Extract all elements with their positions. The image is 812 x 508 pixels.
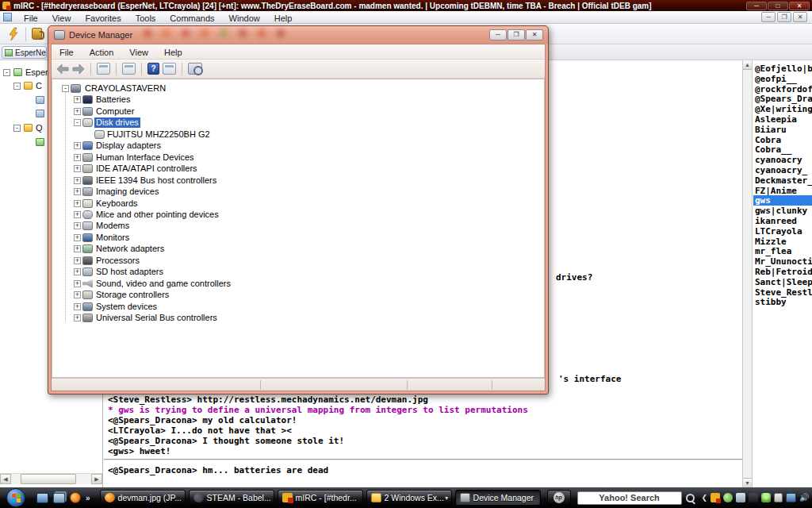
collapse-minus-icon[interactable]: - — [74, 119, 81, 126]
nicklist-item[interactable]: gws — [753, 195, 812, 206]
nicklist-item[interactable]: Steve_Restless — [753, 287, 812, 298]
menu-window[interactable]: Window — [222, 13, 267, 23]
nicklist-item[interactable]: @Xe|writing777sol — [753, 104, 812, 114]
channel-restore-button[interactable]: ❐ — [777, 12, 791, 22]
expand-plus-icon[interactable]: + — [74, 314, 81, 321]
treebar-item[interactable]: -Esper — [3, 67, 48, 78]
expand-plus-icon[interactable]: + — [74, 177, 81, 184]
nicklist-item[interactable]: @Eofjello|bed — [753, 64, 812, 74]
treebar-item[interactable]: -C — [13, 80, 42, 91]
nicklist-item[interactable]: gws|clunky — [753, 206, 812, 216]
taskbar-button-devmgr[interactable]: Device Manager — [455, 490, 541, 506]
options-icon[interactable] — [32, 28, 42, 40]
properties-icon[interactable] — [122, 63, 136, 75]
nicklist-item[interactable]: @Spears_Dracona — [753, 94, 812, 104]
expand-plus-icon[interactable]: + — [74, 280, 81, 287]
tree-item-computer[interactable]: +Computer — [52, 106, 544, 117]
taskbar-button-steam[interactable]: STEAM - Babel... — [189, 490, 274, 506]
expand-plus-icon[interactable]: + — [74, 108, 81, 115]
tray-messenger-icon[interactable] — [761, 493, 771, 502]
taskbar-button-folder[interactable]: 2 Windows Ex...▼ — [366, 490, 452, 506]
mirc-close-button[interactable]: ✕ — [789, 2, 810, 10]
scroll-down-arrow[interactable]: ▼ — [743, 478, 752, 487]
treebar-item[interactable] — [24, 108, 44, 119]
expand-plus-icon[interactable]: + — [74, 222, 81, 229]
nicklist-item[interactable]: Deckmaster_ — [753, 175, 812, 186]
expand-plus-icon[interactable]: + — [74, 303, 81, 310]
tree-item-storage-controllers[interactable]: +Storage controllers — [52, 290, 544, 301]
menu-favorites[interactable]: Favorites — [78, 13, 128, 23]
menu-view[interactable]: View — [45, 13, 79, 23]
expand-plus-icon[interactable]: + — [74, 211, 81, 218]
nicklist-item[interactable]: cyanoacry_ — [753, 165, 812, 175]
tree-item-universal-serial-bus-controllers[interactable]: +Universal Serial Bus controllers — [52, 313, 544, 324]
nicklist-item[interactable]: Sanct|SleepNWork — [753, 277, 812, 287]
tree-item-monitors[interactable]: +Monitors — [52, 233, 544, 244]
taskbar-button-firefox[interactable]: devman.jpg (JP... — [100, 490, 186, 506]
dm-restore-button[interactable]: ❐ — [508, 29, 525, 40]
show-desktop-icon[interactable] — [36, 493, 48, 503]
collapse-minus-icon[interactable]: - — [13, 125, 21, 132]
menu-help[interactable]: Help — [267, 13, 300, 23]
scroll-up-arrow[interactable]: ▲ — [743, 60, 752, 70]
tree-item-batteries[interactable]: +Batteries — [52, 94, 544, 106]
scroll-right-arrow[interactable]: ▶ — [91, 474, 102, 484]
firefox-quicklaunch-icon[interactable] — [70, 492, 81, 503]
expand-plus-icon[interactable]: + — [74, 234, 81, 241]
connect-lightning-icon[interactable] — [6, 27, 21, 41]
menu-file[interactable]: File — [17, 13, 45, 23]
quicklaunch-overflow-chevron[interactable]: » — [86, 494, 90, 502]
nicklist-item[interactable]: cyanoacry — [753, 155, 812, 165]
menu-tools[interactable]: Tools — [128, 13, 163, 23]
nicklist-item[interactable]: LTCrayola — [753, 226, 812, 237]
nicklist-item[interactable]: Mr_Ununoctium — [753, 256, 812, 267]
dm-menu-help[interactable]: Help — [156, 48, 190, 57]
collapse-minus-icon[interactable]: - — [13, 83, 21, 90]
nicklist-item[interactable]: Reb|FetroidMusion — [753, 267, 812, 277]
dm-menu-action[interactable]: Action — [82, 48, 122, 57]
channel-close-button[interactable]: ✕ — [793, 12, 807, 22]
tree-item-fujitsu-mhz2250bh-g2[interactable]: FUJITSU MHZ2250BH G2 — [52, 129, 544, 140]
show-console-tree-icon[interactable] — [97, 63, 110, 75]
volume-icon[interactable]: 🔊 — [799, 493, 809, 502]
scrollbar-thumb[interactable] — [21, 474, 76, 484]
nicklist-item[interactable]: Cobra__ — [753, 144, 812, 155]
tray-collapse-chevron[interactable]: ❮ — [702, 494, 708, 502]
tray-mirc-icon[interactable] — [710, 493, 720, 502]
tree-item-keyboards[interactable]: +Keyboards — [52, 198, 544, 210]
nicklist-item[interactable]: FZ|Anime — [753, 186, 812, 196]
tree-item-disk-drives[interactable]: -Disk drives — [52, 117, 544, 129]
nicklist-item[interactable]: stibby — [753, 297, 812, 307]
channel-nicklist[interactable]: @Eofjello|bed@eofpi__@rockfordofpi@Spear… — [753, 60, 812, 487]
network-icon[interactable] — [786, 493, 796, 502]
treebar-horizontal-scrollbar[interactable]: ◀ ▶ — [0, 473, 102, 484]
mirc-maximize-button[interactable]: □ — [768, 2, 788, 10]
expand-plus-icon[interactable]: + — [74, 165, 81, 172]
tree-item-network-adapters[interactable]: +Network adapters — [52, 244, 544, 255]
hp-toolbar-button[interactable]: hp — [547, 490, 571, 506]
expand-plus-icon[interactable]: + — [74, 245, 81, 252]
taskbar-button-mirc[interactable]: mIRC - [#thedr... — [278, 490, 363, 506]
expand-plus-icon[interactable]: + — [74, 257, 81, 264]
treebar-item[interactable]: -Q — [13, 122, 43, 133]
tray-document-icon[interactable] — [736, 493, 745, 502]
expand-plus-icon[interactable]: + — [74, 154, 81, 161]
expand-plus-icon[interactable]: + — [74, 96, 81, 103]
dm-menu-file[interactable]: File — [52, 48, 82, 57]
dropdown-chevron-icon[interactable]: ▼ — [444, 495, 450, 501]
help-icon[interactable]: ? — [147, 63, 159, 75]
expand-plus-icon[interactable]: + — [74, 268, 81, 275]
nicklist-item[interactable]: Asleepia — [753, 114, 812, 125]
treebar-item[interactable] — [24, 137, 44, 148]
nicklist-item[interactable]: @eofpi__ — [753, 74, 812, 84]
expand-plus-icon[interactable]: + — [74, 188, 81, 195]
nicklist-item[interactable]: Biiaru — [753, 125, 812, 135]
tree-item-sound-video-and-game-controllers[interactable]: +Sound, video and game controllers — [52, 279, 544, 290]
search-magnifier-icon[interactable] — [685, 493, 695, 503]
device-tree-pane[interactable]: -CRAYOLASTAVERN+Batteries+Computer-Disk … — [52, 79, 545, 378]
tree-item-imaging-devices[interactable]: +Imaging devices — [52, 187, 544, 198]
scrollbar-track[interactable] — [11, 474, 91, 484]
device-manager-titlebar[interactable]: Device Manager ─ ❐ ✕ — [48, 26, 548, 44]
switch-windows-icon[interactable] — [53, 493, 65, 503]
mirc-minimize-button[interactable]: ─ — [746, 2, 767, 10]
